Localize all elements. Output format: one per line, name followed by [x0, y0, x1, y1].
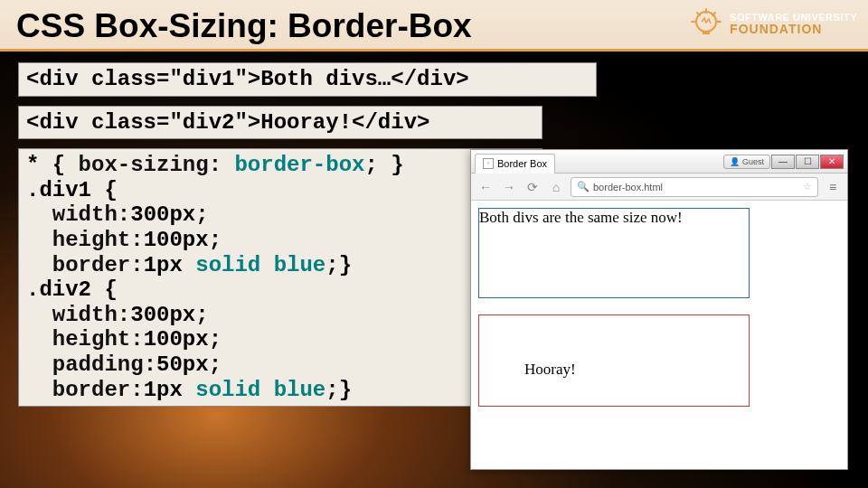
back-button[interactable]: ←: [476, 178, 495, 196]
code-css-block: * { box-sizing: border-box; } .div1 { wi…: [18, 148, 542, 407]
guest-button[interactable]: 👤 Guest: [723, 155, 770, 169]
browser-titlebar: ▫ Border Box 👤 Guest — ☐ ✕: [471, 150, 847, 174]
home-button[interactable]: ⌂: [547, 178, 565, 196]
browser-tab[interactable]: ▫ Border Box: [475, 154, 555, 174]
browser-viewport: Both divs are the same size now! Hooray!: [471, 201, 847, 469]
url-text: border-box.html: [593, 182, 663, 192]
search-icon: 🔍: [577, 181, 590, 192]
code-html-div1: <div class="div1">Both divs…</div>: [18, 62, 597, 97]
tab-title: Border Box: [497, 158, 547, 169]
browser-window: ▫ Border Box 👤 Guest — ☐ ✕ ← → ⟳ ⌂ 🔍 bor…: [470, 149, 848, 470]
guest-label: Guest: [742, 157, 764, 166]
page-icon: ▫: [483, 158, 494, 169]
user-icon: 👤: [730, 157, 740, 166]
example-div1: Both divs are the same size now!: [478, 208, 750, 298]
bookmark-star-icon[interactable]: ☆: [803, 181, 812, 192]
example-div2: Hooray!: [478, 314, 750, 407]
menu-button[interactable]: ≡: [824, 180, 842, 194]
code-html-div2: <div class="div2">Hooray!</div>: [18, 106, 542, 140]
forward-button[interactable]: →: [500, 178, 518, 196]
logo-line2: FOUNDATION: [730, 23, 857, 35]
browser-toolbar: ← → ⟳ ⌂ 🔍 border-box.html ☆ ≡: [471, 174, 847, 201]
lightbulb-icon: [688, 5, 724, 42]
logo-line1: SOFTWARE UNIVERSITY: [730, 13, 857, 23]
reload-button[interactable]: ⟳: [524, 178, 542, 196]
url-bar[interactable]: 🔍 border-box.html ☆: [571, 177, 818, 197]
close-button[interactable]: ✕: [820, 155, 844, 169]
maximize-button[interactable]: ☐: [796, 155, 819, 169]
minimize-button[interactable]: —: [771, 155, 795, 169]
logo: SOFTWARE UNIVERSITY FOUNDATION: [688, 5, 857, 42]
